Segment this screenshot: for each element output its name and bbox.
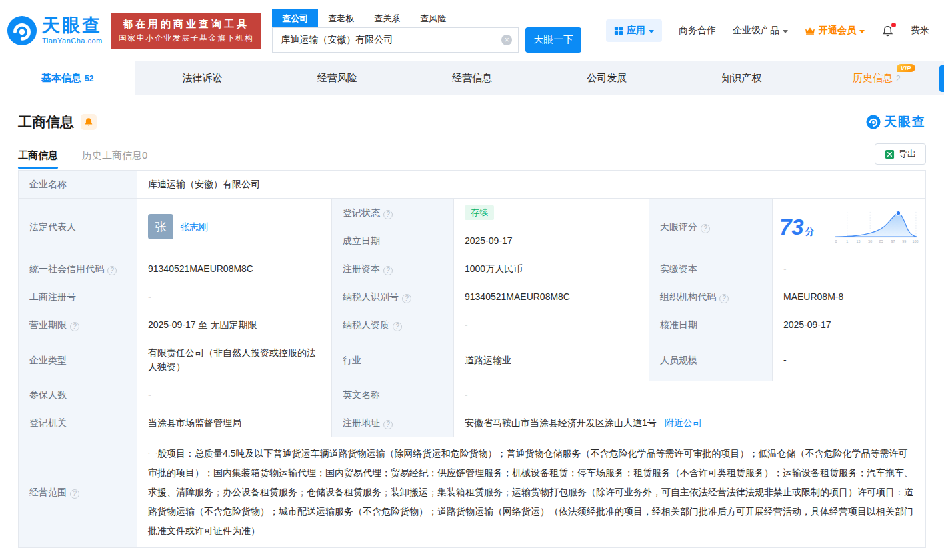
reg-address-value: 安徽省马鞍山市当涂县经济开发区涂山大道1号 附近公司 bbox=[454, 409, 926, 437]
table-row: 企业类型 有限责任公司（非自然人投资或控股的法人独资） 行业 道路运输业 人员规… bbox=[19, 339, 926, 381]
chevron-down-icon bbox=[859, 30, 865, 36]
subtab-count: 0 bbox=[142, 149, 147, 161]
clear-search-icon[interactable] bbox=[501, 35, 512, 45]
username: 费米 bbox=[911, 25, 929, 37]
help-icon[interactable] bbox=[70, 489, 79, 499]
search-button[interactable]: 天眼一下 bbox=[525, 27, 581, 53]
english-name-value: - bbox=[454, 381, 926, 409]
help-icon[interactable] bbox=[701, 224, 710, 233]
help-icon[interactable] bbox=[107, 266, 117, 275]
tab-intellectual-property[interactable]: 知识产权 bbox=[674, 61, 809, 95]
svg-text:1: 1 bbox=[846, 239, 848, 243]
legal-rep-avatar[interactable]: 张 bbox=[148, 214, 173, 239]
search-tab-boss[interactable]: 查老板 bbox=[318, 9, 364, 27]
search-tab-company[interactable]: 查公司 bbox=[272, 9, 318, 27]
subtab-label: 历史工商信息 bbox=[82, 149, 142, 161]
insured-count-label: 参保人数 bbox=[19, 381, 137, 409]
reg-authority-label: 登记机关 bbox=[19, 409, 137, 437]
approve-date-label: 核准日期 bbox=[649, 311, 773, 339]
table-row: 登记机关 当涂县市场监督管理局 注册地址 安徽省马鞍山市当涂县经济开发区涂山大道… bbox=[19, 409, 926, 437]
company-type-label: 企业类型 bbox=[19, 339, 137, 381]
score-number: 73分 bbox=[779, 216, 815, 238]
tab-label: 基本信息 bbox=[41, 72, 81, 85]
reg-capital-label: 注册资本 bbox=[332, 255, 454, 283]
svg-text:15: 15 bbox=[856, 239, 860, 243]
company-nav-tabs: 基本信息 52 法律诉讼 经营风险 经营信息 公司发展 知识产权 历史信息 2 … bbox=[0, 61, 944, 95]
business-cooperation-menu[interactable]: 商务合作 bbox=[679, 25, 716, 37]
table-row: 企业名称 库迪运输（安徽）有限公司 bbox=[19, 171, 926, 199]
legal-rep-value: 张 张志刚 bbox=[137, 199, 332, 255]
tab-label: 知识产权 bbox=[722, 72, 762, 85]
status-badge: 存续 bbox=[465, 205, 494, 220]
search-tab-risk[interactable]: 查风险 bbox=[410, 9, 456, 27]
cooperation-label: 商务合作 bbox=[679, 25, 716, 37]
tab-operating-info[interactable]: 经营信息 bbox=[405, 61, 539, 95]
tab-company-development[interactable]: 公司发展 bbox=[539, 61, 674, 95]
nearby-companies-link[interactable]: 附近公司 bbox=[665, 417, 702, 428]
score-marker bbox=[896, 211, 901, 215]
user-menu[interactable]: 费米 bbox=[911, 25, 929, 37]
establish-date-label: 成立日期 bbox=[332, 227, 454, 255]
svg-text:99: 99 bbox=[902, 239, 906, 243]
help-icon[interactable] bbox=[402, 294, 411, 303]
notifications-button[interactable] bbox=[881, 25, 894, 37]
tab-history-info[interactable]: 历史信息 2 VIP bbox=[809, 61, 944, 95]
table-row: 法定代表人 张 张志刚 登记状态 存续 天眼评分 73分 bbox=[19, 199, 926, 227]
brand-text: 天眼查 bbox=[884, 113, 926, 131]
tab-label: 法律诉讼 bbox=[182, 72, 222, 85]
reg-number-value: - bbox=[137, 283, 332, 311]
table-row: 营业期限 2025-09-17 至 无固定期限 纳税人资质 - 核准日期 202… bbox=[19, 311, 926, 339]
tab-label: 历史信息 bbox=[853, 72, 893, 85]
tab-label: 公司发展 bbox=[587, 72, 627, 85]
search-tab-relation[interactable]: 查关系 bbox=[364, 9, 410, 27]
apps-label: 应用 bbox=[627, 25, 645, 37]
tab-legal-proceedings[interactable]: 法律诉讼 bbox=[135, 61, 269, 95]
approve-date-value: 2025-09-17 bbox=[773, 311, 926, 339]
banner-line2: 国家中小企业发展子基金旗下机构 bbox=[119, 33, 254, 44]
open-vip-menu[interactable]: 开通会员 bbox=[805, 25, 865, 37]
tab-label: 经营信息 bbox=[452, 72, 492, 85]
business-term-value: 2025-09-17 至 无固定期限 bbox=[137, 311, 332, 339]
reg-number-label: 工商注册号 bbox=[19, 283, 137, 311]
search-tabs: 查公司 查老板 查关系 查风险 bbox=[272, 9, 581, 27]
subtab-business-info[interactable]: 工商信息 bbox=[18, 149, 58, 169]
subscribe-bell-button[interactable] bbox=[81, 114, 97, 130]
logo-domain: TianYanCha.com bbox=[42, 37, 103, 45]
legal-rep-link[interactable]: 张志刚 bbox=[180, 220, 208, 234]
apps-menu[interactable]: 应用 bbox=[606, 19, 662, 42]
reg-capital-value: 1000万人民币 bbox=[454, 255, 649, 283]
enterprise-products-menu[interactable]: 企业级产品 bbox=[733, 25, 788, 37]
export-button[interactable]: 导出 bbox=[875, 143, 926, 165]
business-term-label: 营业期限 bbox=[19, 311, 137, 339]
tianyancha-watermark[interactable]: 天眼查 bbox=[866, 113, 926, 131]
help-icon[interactable] bbox=[383, 266, 393, 275]
reg-authority-value: 当涂县市场监督管理局 bbox=[137, 409, 332, 437]
reg-status-label: 登记状态 bbox=[332, 199, 454, 227]
side-float-widget[interactable] bbox=[939, 65, 944, 92]
main-content: 工商信息 天眼查 工商信息 历史工商信息0 bbox=[0, 113, 944, 548]
tab-count: 52 bbox=[85, 74, 93, 83]
help-icon[interactable] bbox=[393, 322, 402, 331]
search-input[interactable] bbox=[272, 27, 519, 53]
help-icon[interactable] bbox=[70, 322, 79, 331]
svg-text:50: 50 bbox=[868, 239, 872, 243]
staff-size-label: 人员规模 bbox=[649, 339, 773, 381]
svg-text:0: 0 bbox=[835, 239, 837, 243]
tianyancha-logo[interactable]: 天眼查 TianYanCha.com bbox=[7, 15, 103, 46]
tab-operating-risk[interactable]: 经营风险 bbox=[270, 61, 405, 95]
subtab-history-business-info[interactable]: 历史工商信息0 bbox=[82, 149, 147, 169]
bell-icon bbox=[84, 117, 93, 127]
business-info-table: 企业名称 库迪运输（安徽）有限公司 法定代表人 张 张志刚 登记状态 存续 天眼… bbox=[18, 170, 926, 548]
staff-size-value: - bbox=[773, 339, 926, 381]
taxpayer-id-label: 纳税人识别号 bbox=[332, 283, 454, 311]
score-distribution-chart: 0 1 15 50 85 97 99 100 bbox=[833, 208, 919, 246]
export-label: 导出 bbox=[899, 148, 916, 160]
industry-value: 道路运输业 bbox=[454, 339, 649, 381]
help-icon[interactable] bbox=[719, 294, 729, 303]
help-icon[interactable] bbox=[383, 210, 393, 219]
tab-basic-info[interactable]: 基本信息 52 bbox=[0, 61, 135, 95]
help-icon[interactable] bbox=[383, 420, 393, 429]
brand-slogan-banner: 都在用的商业查询工具 国家中小企业发展子基金旗下机构 bbox=[111, 13, 262, 49]
subtab-label: 工商信息 bbox=[18, 149, 58, 161]
search-area: 查公司 查老板 查关系 查风险 天眼一下 bbox=[272, 9, 581, 53]
